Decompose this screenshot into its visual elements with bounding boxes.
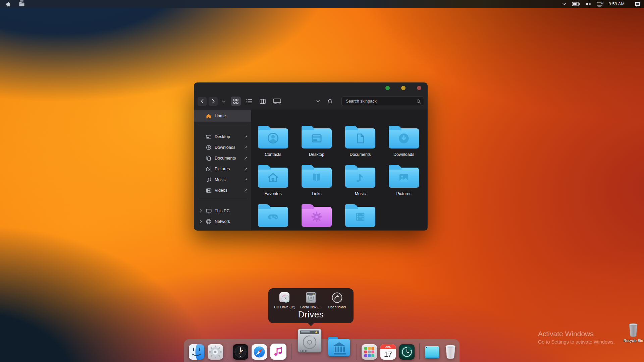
pin-icon[interactable] [244, 156, 248, 161]
window-toolbar [194, 93, 427, 110]
back-button[interactable] [198, 97, 207, 106]
folder-icon [258, 207, 288, 227]
monitor-icon [205, 208, 212, 214]
cd-disc-icon [279, 292, 291, 304]
sidebar-item-network[interactable]: Network [194, 216, 251, 227]
dock-divider [228, 344, 228, 360]
pin-icon[interactable] [244, 188, 248, 193]
folder-content-area[interactable]: Contacts Desktop [251, 110, 427, 231]
sidebar-item-pictures[interactable]: Pictures [194, 164, 251, 174]
film-icon [205, 188, 212, 193]
folder-label: Links [312, 191, 321, 196]
drive-label: CD Drive (D:) [274, 305, 296, 309]
dock-music[interactable] [270, 344, 286, 360]
pin-icon[interactable] [244, 167, 248, 171]
music-note-icon [205, 177, 212, 182]
list-view-button[interactable] [244, 97, 254, 106]
cd-drive-item[interactable]: CD Drive (D:) [272, 292, 298, 309]
folder-item-searches[interactable]: Searches [295, 199, 338, 231]
folder-icon [389, 168, 419, 188]
sidebar-item-label: Home [215, 114, 248, 118]
dock-hard-drive[interactable] [296, 328, 323, 354]
folder-item-documents[interactable]: Documents [338, 121, 382, 160]
gallery-view-button[interactable] [271, 97, 283, 106]
dock-stickies[interactable] [424, 344, 440, 360]
folder-item-saved-games[interactable]: Saved Games [251, 199, 295, 231]
pin-icon[interactable] [244, 178, 248, 182]
dock-clock[interactable] [233, 344, 248, 360]
sidebar-item-label: Downloads [215, 145, 244, 150]
search-magnifier-icon [417, 99, 421, 104]
dock: JUL 17 [184, 339, 460, 362]
sidebar-item-videos[interactable]: Videos [194, 185, 251, 196]
person-icon [265, 131, 281, 145]
expand-chevron-icon[interactable] [197, 220, 205, 224]
sidebar-item-this-pc[interactable]: This PC [194, 205, 251, 216]
sidebar-item-desktop[interactable]: Desktop [194, 131, 251, 142]
folder-icon [345, 128, 375, 148]
dropdown-chevron-icon[interactable] [316, 100, 320, 103]
document-icon [353, 131, 368, 145]
folder-item-downloads[interactable]: Downloads [382, 121, 426, 160]
apple-logo-icon[interactable] [5, 1, 10, 7]
pin-icon[interactable] [244, 135, 248, 139]
gamepad-icon [265, 210, 281, 224]
forward-button[interactable] [209, 97, 218, 106]
traffic-light-green[interactable] [385, 86, 390, 90]
sidebar-item-downloads[interactable]: Downloads [194, 142, 251, 153]
photo-icon [396, 171, 412, 185]
folder-item-videos[interactable]: Videos [338, 199, 382, 231]
sidebar-item-documents[interactable]: Documents [194, 153, 251, 164]
download-arrow-icon [396, 131, 412, 145]
recycle-bin[interactable]: Recycle Bin [622, 322, 644, 343]
sidebar-item-home[interactable]: Home [194, 110, 251, 122]
folder-icon [302, 128, 332, 148]
sidebar-item-label: Desktop [215, 134, 244, 139]
dock-launchpad[interactable] [362, 344, 377, 360]
search-box[interactable] [341, 97, 424, 106]
home-icon [265, 171, 281, 185]
hidden-icons-chevron-icon[interactable] [562, 3, 567, 5]
traffic-light-red[interactable] [417, 86, 421, 90]
search-input[interactable] [345, 99, 417, 104]
folder-icon [302, 207, 332, 227]
hard-drive-icon [305, 292, 317, 304]
local-disk-item[interactable]: Local Disk (... [298, 292, 324, 309]
history-chevron-icon[interactable] [222, 100, 225, 103]
dock-safari[interactable] [252, 344, 267, 360]
folder-item-contacts[interactable]: Contacts [251, 121, 295, 160]
folder-icon [302, 168, 332, 188]
dock-calendar[interactable]: JUL 17 [380, 344, 396, 360]
expand-chevron-icon[interactable] [197, 209, 205, 213]
calendar-month: JUL [380, 344, 396, 349]
columns-view-button[interactable] [258, 97, 268, 106]
open-folder-item[interactable]: Open folder [324, 292, 350, 309]
dock-finder[interactable] [189, 344, 204, 360]
clock-time[interactable]: 9:59 AM [609, 2, 625, 6]
folder-item-links[interactable]: Links [295, 160, 338, 199]
folder-label: Music [355, 191, 366, 196]
finder-folder-icon[interactable] [18, 0, 25, 8]
grid-view-button[interactable] [231, 97, 241, 106]
dock-divider [291, 344, 291, 360]
network-display-icon[interactable] [597, 2, 603, 7]
dock-divider [419, 344, 420, 360]
window-titlebar[interactable] [194, 83, 427, 93]
refresh-button[interactable] [327, 99, 333, 104]
battery-icon[interactable] [572, 2, 580, 6]
pin-icon[interactable] [244, 145, 248, 150]
folder-item-pictures[interactable]: Pictures [382, 160, 426, 199]
dock-trash[interactable] [443, 344, 458, 360]
dock-bank-folder[interactable] [326, 334, 352, 358]
dock-system-preferences[interactable] [208, 344, 223, 360]
dock-time-machine[interactable] [399, 344, 415, 360]
folder-item-favorites[interactable]: Favorites [251, 160, 295, 199]
notification-center-icon[interactable] [635, 1, 641, 7]
volume-icon[interactable] [585, 2, 591, 6]
folder-item-desktop[interactable]: Desktop [295, 121, 338, 160]
folder-grid: Contacts Desktop [251, 121, 426, 231]
activate-windows-watermark: Activate Windows Go to Settings to activ… [538, 330, 615, 345]
traffic-light-yellow[interactable] [401, 86, 406, 90]
sidebar-item-music[interactable]: Music [194, 174, 251, 185]
folder-item-music[interactable]: Music [338, 160, 382, 199]
